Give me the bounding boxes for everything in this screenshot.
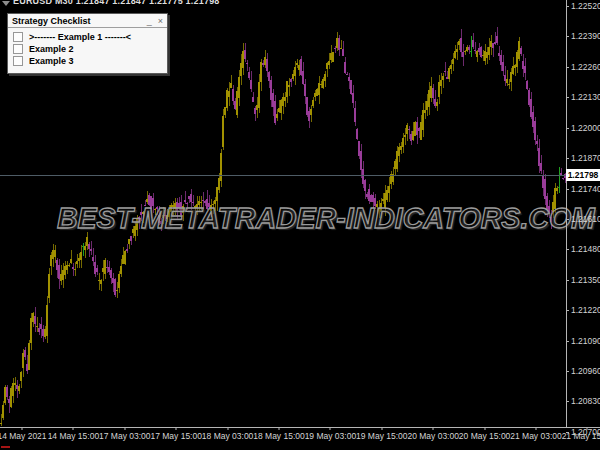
candle-body — [328, 61, 330, 65]
candle-body — [484, 51, 486, 61]
candle-body — [426, 101, 428, 110]
metatrader-chart-window: BEST-METATRADER-INDICATORS.COM 1.225201.… — [0, 0, 600, 450]
candle-body — [538, 148, 540, 166]
candle-body — [254, 108, 256, 114]
candle-body — [402, 138, 404, 147]
time-tick-label: 21 May 03:00 — [510, 431, 562, 441]
time-axis-tick — [484, 427, 485, 430]
close-icon[interactable]: × — [158, 17, 163, 26]
candle-body — [266, 59, 268, 70]
checklist-item: Example 2 — [8, 43, 167, 55]
time-tick-label: 18 May 15:00 — [253, 431, 305, 441]
candle-body — [52, 250, 54, 259]
candle-body — [532, 112, 534, 127]
checkbox-example-1[interactable] — [13, 32, 23, 42]
candle-body — [524, 66, 526, 73]
candle-body — [400, 146, 402, 151]
strategy-checklist-panel[interactable]: Strategy Checklist _ × >------- Example … — [7, 13, 168, 74]
candle-body — [70, 259, 72, 263]
candle-body — [394, 161, 396, 170]
time-tick-label: 17 May 03:00 — [99, 431, 151, 441]
candle-body — [348, 77, 350, 81]
candle-body — [262, 63, 264, 64]
candle-wick — [341, 40, 342, 49]
candle-body — [34, 316, 36, 324]
candle-body — [350, 80, 352, 94]
price-tick-label: 1.21480 — [571, 244, 600, 254]
price-axis-tick — [566, 189, 569, 190]
candle-wick — [445, 62, 446, 76]
candle-body — [410, 134, 412, 141]
candle-body — [464, 51, 466, 52]
candle-body — [506, 79, 508, 83]
price-axis-tick — [566, 67, 569, 68]
panel-buttons: _ × — [147, 17, 163, 26]
candle-wick — [77, 254, 78, 268]
price-axis-tick — [566, 36, 569, 37]
candle-body — [26, 364, 28, 371]
candle-body — [280, 100, 282, 113]
candle-body — [556, 188, 558, 191]
time-axis-tick — [176, 427, 177, 430]
candle-body — [100, 280, 102, 285]
time-axis[interactable]: 14 May 202114 May 15:0017 May 03:0017 Ma… — [0, 427, 600, 450]
price-tick-label: 1.21870 — [571, 153, 600, 163]
candle-body — [340, 48, 342, 49]
candle-body — [422, 110, 424, 130]
panel-titlebar[interactable]: Strategy Checklist _ × — [8, 14, 167, 28]
time-tick-label: 21 May 15:00 — [562, 431, 600, 441]
candle-body — [356, 129, 358, 138]
price-axis[interactable]: 1.225201.223901.222601.221301.220001.218… — [566, 0, 600, 450]
candle-body — [54, 250, 56, 257]
candle-body — [492, 43, 494, 48]
candle-body — [296, 63, 298, 65]
price-axis-tick — [566, 310, 569, 311]
candle-body — [248, 72, 250, 78]
time-tick-label: 20 May 03:00 — [407, 431, 459, 441]
candle-body — [116, 290, 118, 291]
candle-body — [242, 51, 244, 68]
candle-body — [396, 151, 398, 169]
candle-body — [336, 38, 338, 47]
candle-body — [292, 74, 294, 80]
candle-body — [360, 151, 362, 170]
candle-body — [94, 262, 96, 274]
minimize-button[interactable]: _ — [147, 17, 152, 26]
chart-symbol-triangle-icon — [2, 1, 10, 6]
candle-body — [476, 51, 478, 57]
candle-wick — [291, 78, 292, 88]
candle-wick — [247, 60, 248, 70]
candle-body — [466, 47, 468, 51]
candle-body — [216, 187, 218, 201]
candle-wick — [507, 70, 508, 86]
current-price-value: 1.21798 — [568, 170, 599, 180]
candle-body — [90, 249, 92, 251]
candle-body — [38, 328, 40, 333]
candle-body — [106, 267, 108, 268]
candle-body — [450, 65, 452, 69]
candle-body — [386, 190, 388, 199]
candle-body — [480, 47, 482, 56]
chart-title: EURUSD M30 1.21847 1.21847 1.21775 1.217… — [13, 0, 220, 6]
candle-body — [534, 121, 536, 140]
candle-body — [250, 80, 252, 90]
candle-body — [482, 55, 484, 56]
checkbox-example-3[interactable] — [13, 56, 23, 66]
candle-body — [418, 128, 420, 132]
candle-body — [298, 65, 300, 70]
candle-body — [366, 194, 368, 197]
candle-body — [268, 72, 270, 81]
candle-wick — [465, 50, 466, 55]
checkbox-example-2[interactable] — [13, 44, 23, 54]
candle-body — [398, 147, 400, 156]
candle-body — [24, 350, 26, 357]
candle-body — [414, 122, 416, 135]
price-tick-label: 1.22000 — [571, 123, 600, 133]
candle-body — [540, 163, 542, 171]
candle-body — [112, 278, 114, 283]
candle-body — [92, 257, 94, 261]
time-axis-tick — [330, 427, 331, 430]
candle-wick — [83, 243, 84, 257]
candle-body — [522, 61, 524, 69]
time-axis-tick — [22, 427, 23, 430]
